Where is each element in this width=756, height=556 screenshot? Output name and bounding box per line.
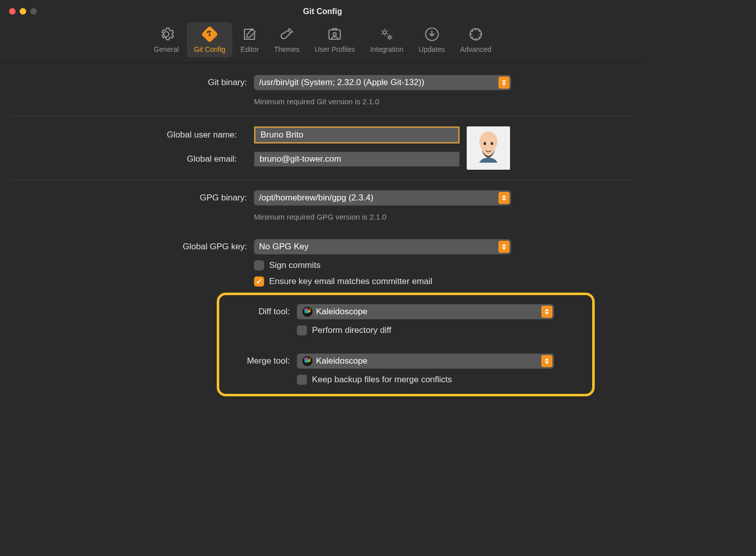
global-email-label: Global email:: [0, 154, 237, 164]
sign-commits-checkbox[interactable]: [254, 260, 264, 270]
diff-merge-highlight: Diff tool: Kaleidoscope Perform director…: [217, 293, 595, 396]
svg-point-2: [384, 31, 387, 34]
ensure-key-email-checkbox[interactable]: [254, 276, 264, 287]
tab-label: Updates: [419, 45, 445, 53]
perform-directory-diff-label: Perform directory diff: [312, 325, 391, 335]
kaleidoscope-icon: [302, 306, 313, 317]
tab-label: Themes: [274, 45, 300, 53]
tab-label: General: [154, 45, 179, 53]
titlebar: Git Config: [0, 0, 645, 15]
svg-point-1: [333, 33, 336, 36]
global-gpg-key-value: No GPG Key: [259, 242, 308, 252]
git-binary-value: /usr/bin/git (System; 2.32.0 (Apple Git-…: [259, 78, 424, 88]
tab-label: Editor: [240, 45, 259, 53]
window-title: Git Config: [303, 7, 342, 16]
svg-point-8: [491, 142, 493, 145]
gpg-version-hint: Minimum required GPG version is 2.1.0: [254, 213, 387, 221]
tab-label: Advanced: [460, 45, 491, 53]
diff-tool-value: Kaleidoscope: [316, 307, 367, 317]
svg-point-7: [484, 142, 486, 145]
tab-integration[interactable]: Integration: [363, 22, 410, 57]
close-window-button[interactable]: [9, 8, 16, 15]
global-user-name-input[interactable]: [254, 126, 460, 144]
divider: [10, 180, 635, 180]
merge-tool-value: Kaleidoscope: [316, 356, 367, 366]
gears-icon: [379, 26, 395, 42]
form-content: Git binary: /usr/bin/git (System; 2.32.0…: [0, 63, 645, 408]
pencil-square-icon: [241, 26, 258, 42]
kaleidoscope-icon: [302, 356, 313, 367]
git-binary-select[interactable]: /usr/bin/git (System; 2.32.0 (Apple Git-…: [254, 75, 511, 90]
merge-tool-label: Merge tool:: [219, 356, 290, 366]
diff-tool-select[interactable]: Kaleidoscope: [297, 304, 554, 319]
svg-point-3: [389, 36, 391, 39]
traffic-lights: [9, 8, 37, 15]
keep-backup-label: Keep backup files for merge conflicts: [312, 375, 452, 385]
tab-user-profiles[interactable]: User Profiles: [307, 22, 362, 57]
download-circle-icon: [424, 26, 440, 42]
select-arrows-icon: [498, 192, 510, 204]
paintbrush-icon: [279, 26, 295, 42]
sign-commits-label: Sign commits: [269, 260, 321, 270]
zoom-window-button[interactable]: [30, 8, 37, 15]
git-icon: [202, 26, 218, 42]
git-binary-label: Git binary:: [10, 78, 247, 88]
gear-icon: [158, 26, 174, 42]
tab-label: Integration: [370, 45, 403, 53]
tab-label: Git Config: [194, 45, 225, 53]
diff-tool-label: Diff tool:: [219, 307, 290, 317]
select-arrows-icon: [498, 77, 510, 89]
svg-rect-0: [329, 30, 341, 39]
tab-editor[interactable]: Editor: [233, 22, 266, 57]
cog-wheel-icon: [468, 26, 484, 42]
global-user-name-label: Global user name:: [0, 130, 237, 140]
keep-backup-checkbox[interactable]: [297, 375, 307, 385]
select-arrows-icon: [498, 241, 510, 253]
preferences-toolbar: General Git Config Editor Themes: [0, 15, 645, 63]
tab-label: User Profiles: [314, 45, 355, 53]
select-arrows-icon: [541, 355, 552, 367]
global-email-input[interactable]: [254, 152, 460, 167]
tab-advanced[interactable]: Advanced: [453, 22, 498, 57]
gpg-binary-label: GPG binary:: [10, 193, 247, 203]
user-card-icon: [327, 26, 343, 42]
gpg-binary-select[interactable]: /opt/homebrew/bin/gpg (2.3.4): [254, 190, 511, 205]
merge-tool-select[interactable]: Kaleidoscope: [297, 354, 554, 369]
global-gpg-key-label: Global GPG key:: [10, 242, 247, 252]
select-arrows-icon: [541, 306, 552, 318]
git-version-hint: Minimum required Git version is 2.1.0: [254, 97, 379, 106]
divider: [10, 116, 635, 116]
preferences-window: Git Config General Git Config Editor: [0, 0, 645, 474]
perform-directory-diff-checkbox[interactable]: [297, 325, 307, 335]
user-avatar: [467, 126, 510, 170]
tab-git-config[interactable]: Git Config: [187, 22, 232, 57]
svg-rect-9: [471, 163, 506, 168]
tab-general[interactable]: General: [147, 22, 186, 57]
tab-updates[interactable]: Updates: [412, 22, 452, 57]
global-gpg-key-select[interactable]: No GPG Key: [254, 239, 511, 254]
gpg-binary-value: /opt/homebrew/bin/gpg (2.3.4): [259, 193, 373, 203]
ensure-key-email-label: Ensure key email matches committer email: [269, 276, 432, 287]
tab-themes[interactable]: Themes: [267, 22, 307, 57]
minimize-window-button[interactable]: [20, 8, 26, 15]
